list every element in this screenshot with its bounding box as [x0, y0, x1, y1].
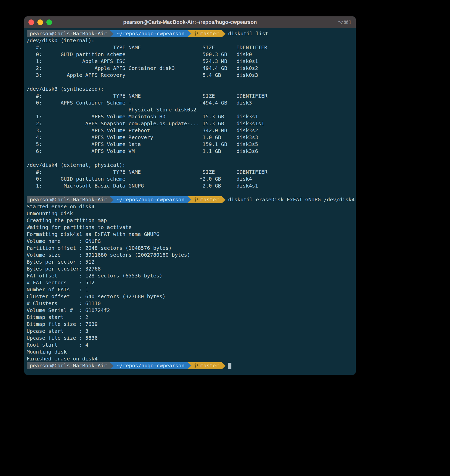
- powerline-separator-icon: [188, 196, 191, 203]
- terminal-output-line: 5: APFS Volume Data 159.1 GB disk3s5: [27, 141, 353, 148]
- terminal-output-line: [27, 155, 353, 162]
- prompt-line: pearson@Carls-MacBook-Air~/repos/hugo-cw…: [27, 196, 353, 203]
- terminal-output-line: 6: APFS Volume VM 1.1 GB disk3s6: [27, 148, 353, 155]
- terminal-output-line: 4: APFS Volume Recovery 1.0 GB disk3s3: [27, 134, 353, 141]
- terminal-output-line: 1: Apple_APFS_ISC 524.3 MB disk0s1: [27, 58, 353, 65]
- terminal-output-line: /dev/disk0 (internal):: [27, 37, 353, 44]
- terminal-output-line: Partition offset : 2048 sectors (1048576…: [27, 245, 353, 252]
- terminal-output-line: #: TYPE NAME SIZE IDENTIFIER: [27, 92, 353, 99]
- terminal-output-line: Bytes per cluster: 32768: [27, 265, 353, 272]
- terminal-output-line: 0: GUID_partition_scheme *2.0 GB disk4: [27, 175, 353, 182]
- terminal-output-line: /dev/disk4 (external, physical):: [27, 162, 353, 169]
- prompt-git-branch: master: [191, 30, 222, 37]
- terminal-output-line: Bitmap start : 2: [27, 314, 353, 321]
- git-branch-name: master: [200, 30, 219, 37]
- git-branch-icon: [194, 197, 199, 202]
- minimize-button[interactable]: [37, 19, 43, 25]
- terminal-output-line: 1: APFS Volume Macintosh HD 15.3 GB disk…: [27, 113, 353, 120]
- terminal-output-line: Creating the partition map: [27, 217, 353, 224]
- prompt-git-branch: master: [191, 362, 222, 369]
- terminal-window: pearson@Carls-MacBook-Air:~/repos/hugo-c…: [24, 16, 356, 375]
- prompt-cwd: ~/repos/hugo-cwpearson: [114, 362, 188, 369]
- terminal-output-line: 3: Apple_APFS_Recovery 5.4 GB disk0s3: [27, 72, 353, 79]
- titlebar[interactable]: pearson@Carls-MacBook-Air:~/repos/hugo-c…: [24, 16, 356, 28]
- git-branch-name: master: [200, 362, 219, 369]
- command-text: diskutil list: [228, 30, 268, 37]
- powerline-separator-icon: [188, 362, 191, 369]
- terminal-cursor: [228, 363, 231, 369]
- terminal-output-line: 2: APFS Snapshot com.apple.os.update-...…: [27, 120, 353, 127]
- terminal-output-line: Mounting disk: [27, 348, 353, 355]
- terminal-content[interactable]: pearson@Carls-MacBook-Air~/repos/hugo-cw…: [24, 28, 356, 375]
- zoom-button[interactable]: [46, 19, 52, 25]
- prompt-cwd: ~/repos/hugo-cwpearson: [114, 30, 188, 37]
- terminal-output-line: Volume size : 3911680 sectors (200278016…: [27, 252, 353, 258]
- window-title: pearson@Carls-MacBook-Air:~/repos/hugo-c…: [24, 19, 356, 25]
- powerline-separator-icon: [222, 362, 226, 369]
- prompt-user-host: pearson@Carls-MacBook-Air: [27, 362, 110, 369]
- terminal-output-line: #: TYPE NAME SIZE IDENTIFIER: [27, 44, 353, 51]
- terminal-output-line: # Clusters : 61110: [27, 300, 353, 307]
- terminal-output-line: Root start : 4: [27, 342, 353, 348]
- terminal-output-line: 3: APFS Volume Preboot 342.0 MB disk3s2: [27, 127, 353, 134]
- terminal-output-line: Cluster offset : 640 sectors (327680 byt…: [27, 293, 353, 300]
- traffic-lights: [28, 19, 52, 25]
- terminal-output-line: 1: Microsoft Basic Data GNUPG 2.0 GB dis…: [27, 182, 353, 189]
- terminal-output-line: Bitmap file size : 7639: [27, 321, 353, 328]
- prompt-user-host: pearson@Carls-MacBook-Air: [27, 30, 110, 37]
- terminal-output-line: Volume name : GNUPG: [27, 238, 353, 245]
- terminal-output-line: Unmounting disk: [27, 210, 353, 217]
- terminal-output-line: Finished erase on disk4: [27, 355, 353, 362]
- terminal-output-line: FAT offset : 128 sectors (65536 bytes): [27, 272, 353, 279]
- terminal-output-line: # FAT sectors : 512: [27, 279, 353, 286]
- terminal-output-line: [27, 189, 353, 196]
- terminal-output-line: /dev/disk3 (synthesized):: [27, 86, 353, 92]
- terminal-output-line: 0: APFS Container Scheme - +494.4 GB dis…: [27, 99, 353, 106]
- terminal-output-line: Upcase start : 3: [27, 328, 353, 335]
- close-button[interactable]: [28, 19, 34, 25]
- terminal-output-line: Bytes per sector : 512: [27, 258, 353, 265]
- git-branch-name: master: [200, 196, 219, 203]
- git-branch-icon: [194, 363, 199, 368]
- terminal-output-line: Physical Store disk0s2: [27, 106, 353, 113]
- terminal-output-line: [27, 79, 353, 86]
- git-branch-icon: [194, 31, 199, 36]
- prompt-line: pearson@Carls-MacBook-Air~/repos/hugo-cw…: [27, 362, 353, 369]
- powerline-separator-icon: [222, 30, 226, 37]
- prompt-git-branch: master: [191, 196, 222, 203]
- terminal-output-line: Number of FATs : 1: [27, 286, 353, 293]
- terminal-output-line: #: TYPE NAME SIZE IDENTIFIER: [27, 169, 353, 175]
- command-text: diskutil eraseDisk ExFAT GNUPG /dev/disk…: [228, 196, 355, 203]
- window-shortcut-badge: ⌥⌘1: [338, 19, 352, 25]
- prompt-line: pearson@Carls-MacBook-Air~/repos/hugo-cw…: [27, 30, 353, 37]
- powerline-separator-icon: [110, 30, 114, 37]
- terminal-output-line: 2: Apple_APFS Container disk3 494.4 GB d…: [27, 65, 353, 72]
- terminal-output-line: Upcase file size : 5836: [27, 335, 353, 342]
- powerline-separator-icon: [110, 196, 114, 203]
- terminal-output-line: 0: GUID_partition_scheme 500.3 GB disk0: [27, 51, 353, 58]
- prompt-user-host: pearson@Carls-MacBook-Air: [27, 196, 110, 203]
- terminal-output-line: Waiting for partitions to activate: [27, 224, 353, 231]
- prompt-cwd: ~/repos/hugo-cwpearson: [114, 196, 188, 203]
- terminal-output-line: Started erase on disk4: [27, 203, 353, 210]
- terminal-output-line: Volume Serial # : 610724f2: [27, 307, 353, 314]
- terminal-output-line: Formatting disk4s1 as ExFAT with name GN…: [27, 231, 353, 238]
- powerline-separator-icon: [222, 196, 226, 203]
- powerline-separator-icon: [188, 30, 191, 37]
- powerline-separator-icon: [110, 362, 114, 369]
